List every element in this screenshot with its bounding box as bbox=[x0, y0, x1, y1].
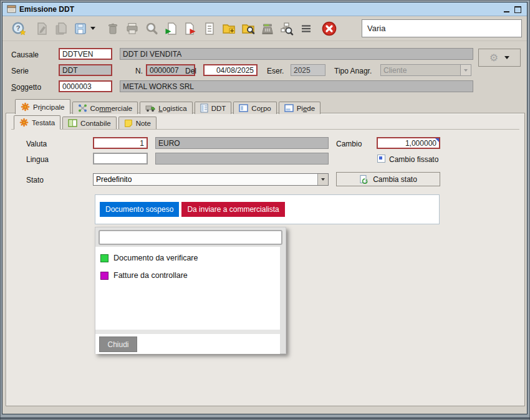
stato-select[interactable]: Predefinito bbox=[93, 173, 329, 186]
tab-commerciale[interactable]: Commerciale bbox=[72, 102, 138, 114]
lingua-input[interactable] bbox=[93, 153, 148, 165]
help-button[interactable]: ? bbox=[9, 19, 28, 39]
popup-separator bbox=[95, 330, 280, 334]
lingua-label: Lingua bbox=[26, 155, 49, 164]
save-icon bbox=[73, 21, 88, 36]
note-icon bbox=[124, 119, 133, 128]
delete-button[interactable] bbox=[103, 19, 122, 39]
tab-piede[interactable]: Piede bbox=[279, 102, 320, 114]
lingua-desc bbox=[155, 153, 329, 165]
tab-ddt[interactable]: DDT bbox=[195, 102, 232, 114]
help-icon: ? bbox=[11, 21, 26, 36]
soggetto-input[interactable]: 0000003 bbox=[59, 80, 112, 92]
cambio-input[interactable]: 1,000000 bbox=[377, 137, 440, 149]
badge-documento-sospeso[interactable]: Documento sospeso bbox=[100, 202, 179, 217]
varia-field[interactable]: Varia bbox=[362, 19, 522, 37]
document-button[interactable] bbox=[200, 19, 219, 39]
export-button[interactable] bbox=[180, 19, 200, 39]
tipo-anagr-select[interactable]: Cliente bbox=[380, 64, 471, 76]
gear-menu-button[interactable]: ⚙ bbox=[478, 49, 521, 67]
structure-search-button[interactable] bbox=[277, 19, 296, 39]
menu-button[interactable] bbox=[296, 19, 316, 39]
del-label: Del bbox=[185, 67, 196, 75]
tab-corpo[interactable]: Corpo bbox=[233, 102, 276, 114]
status-popup-search-bar bbox=[95, 227, 286, 247]
gear-icon: ⚙ bbox=[489, 53, 498, 63]
ddt-doc-icon bbox=[200, 103, 208, 113]
cambio-flag-icon bbox=[435, 138, 439, 142]
search-icon bbox=[144, 21, 159, 36]
document-lines-icon bbox=[202, 21, 217, 36]
tab-contabile[interactable]: Contabile bbox=[62, 117, 117, 129]
soggetto-label: Soggetto bbox=[11, 83, 41, 92]
tab-logistica[interactable]: Logistica bbox=[140, 102, 192, 114]
duplicate-button[interactable] bbox=[51, 19, 70, 39]
status-item-documento-da-verificare[interactable]: Documento da verificare bbox=[100, 254, 274, 262]
tab-note[interactable]: Note bbox=[118, 117, 157, 129]
causale-desc: DDT DI VENDITA bbox=[120, 48, 473, 60]
causale-label: Causale bbox=[11, 50, 39, 59]
document-header: Causale DDTVEN DDT DI VENDITA ⚙ Serie DD… bbox=[2, 41, 527, 97]
window-icon bbox=[7, 5, 16, 13]
window-frame: Emissione DDT ? bbox=[0, 0, 530, 420]
corpo-window-icon bbox=[239, 104, 248, 112]
edit-button[interactable] bbox=[32, 19, 51, 39]
save-button[interactable] bbox=[70, 19, 90, 39]
svg-text:?: ? bbox=[16, 24, 20, 32]
save-split-button[interactable] bbox=[70, 19, 95, 39]
main-tab-bar: Principale Commerciale Logistica bbox=[15, 99, 320, 114]
cambio-label: Cambio bbox=[336, 140, 362, 148]
testata-content: Valuta 1 EURO Cambio 1,000000 Lingua Cam… bbox=[6, 113, 524, 406]
badge-da-inviare-commercialista[interactable]: Da inviare a commercialista bbox=[181, 202, 284, 217]
valuta-input[interactable]: 1 bbox=[93, 137, 148, 149]
cambia-stato-button[interactable]: Cambia stato bbox=[336, 172, 440, 186]
table-icon bbox=[68, 119, 77, 127]
status-color-swatch bbox=[100, 272, 108, 280]
truck-icon bbox=[145, 104, 155, 113]
search-button[interactable] bbox=[142, 19, 161, 39]
tipo-anagr-dropdown-arrow-icon[interactable] bbox=[460, 65, 471, 75]
cambio-fissato-checkbox[interactable] bbox=[377, 155, 385, 163]
print-button[interactable] bbox=[122, 19, 142, 39]
maximize-button[interactable] bbox=[514, 6, 521, 13]
structure-search-icon bbox=[279, 21, 294, 36]
valuta-label: Valuta bbox=[26, 140, 47, 148]
cancel-button[interactable] bbox=[319, 19, 339, 39]
causale-input[interactable]: DDTVEN bbox=[59, 48, 112, 60]
numero-label: N. bbox=[135, 67, 143, 75]
sub-tab-bar: Testata Contabile Note bbox=[11, 115, 519, 130]
status-badges-panel: Documento sospeso Da inviare a commercia… bbox=[95, 194, 440, 224]
toolbar: ? bbox=[2, 16, 527, 41]
folder-add-button[interactable] bbox=[219, 19, 238, 39]
network-icon bbox=[78, 103, 87, 113]
printer-icon bbox=[125, 21, 140, 36]
piede-window-icon bbox=[284, 104, 294, 112]
serie-label: Serie bbox=[11, 67, 29, 75]
tipo-anagr-label: Tipo Anagr. bbox=[334, 67, 372, 75]
menu-list-icon bbox=[299, 21, 314, 36]
duplicate-icon bbox=[54, 21, 69, 36]
status-popup-footer: Chiudi bbox=[95, 334, 280, 354]
app-window: Emissione DDT ? bbox=[2, 2, 528, 414]
del-input[interactable]: 04/08/2025 bbox=[203, 64, 258, 76]
stato-label: Stato bbox=[26, 176, 44, 184]
tab-testata[interactable]: Testata bbox=[14, 115, 60, 130]
status-search-input[interactable] bbox=[99, 230, 282, 245]
serie-input[interactable]: DDT bbox=[59, 64, 112, 76]
import-button[interactable] bbox=[161, 19, 180, 39]
save-dropdown-arrow-icon[interactable] bbox=[90, 27, 95, 30]
minimize-button[interactable] bbox=[504, 6, 510, 13]
titlebar: Emissione DDT bbox=[2, 2, 527, 16]
status-color-swatch bbox=[100, 254, 108, 262]
cash-register-button[interactable] bbox=[258, 19, 277, 39]
cash-register-icon bbox=[260, 21, 275, 36]
cambio-fissato-label: Cambio fissato bbox=[389, 155, 438, 164]
change-state-icon bbox=[359, 174, 369, 184]
folder-search-button[interactable] bbox=[238, 19, 258, 39]
status-item-fatture-da-controllare[interactable]: Fatture da controllare bbox=[100, 271, 274, 280]
export-doc-icon bbox=[183, 21, 198, 36]
tab-principale[interactable]: Principale bbox=[15, 99, 70, 114]
chiudi-button[interactable]: Chiudi bbox=[99, 336, 137, 352]
cancel-icon bbox=[321, 21, 337, 37]
stato-dropdown-arrow-icon[interactable] bbox=[317, 174, 328, 185]
